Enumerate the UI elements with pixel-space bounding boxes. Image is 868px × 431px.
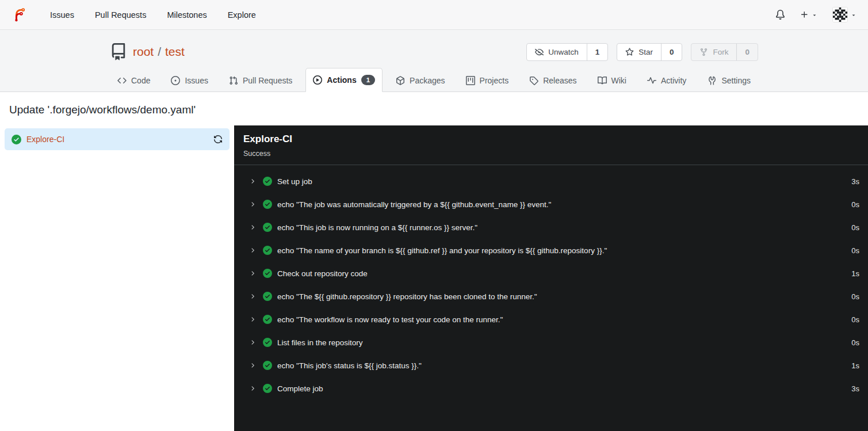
step-row[interactable]: echo "The name of your branch is ${{ git… xyxy=(234,239,868,262)
job-title: Explore-CI xyxy=(243,134,859,145)
chevron-right-icon xyxy=(249,385,256,392)
nav-milestones[interactable]: Milestones xyxy=(159,6,215,24)
topnav-right xyxy=(775,7,856,22)
repo-name-link[interactable]: test xyxy=(165,45,185,58)
chevron-right-icon xyxy=(249,316,256,323)
step-name: Set up job xyxy=(277,177,844,186)
step-duration: 3s xyxy=(851,384,859,393)
sidebar-job-explore-ci[interactable]: Explore-CI xyxy=(5,128,230,150)
nav-pull-requests[interactable]: Pull Requests xyxy=(87,6,154,24)
top-navbar: Issues Pull Requests Milestones Explore xyxy=(0,0,868,30)
forgejo-logo[interactable] xyxy=(12,7,27,22)
watch-button-group: Unwatch 1 xyxy=(526,43,608,61)
notifications-button[interactable] xyxy=(775,10,785,20)
project-icon xyxy=(466,76,475,85)
step-row[interactable]: Check out repository code 1s xyxy=(234,262,868,285)
chevron-right-icon xyxy=(249,362,256,369)
step-row[interactable]: List files in the repository 0s xyxy=(234,331,868,354)
step-name: echo "The job was automatically triggere… xyxy=(277,200,844,209)
tab-pull-requests-label: Pull Requests xyxy=(243,76,292,85)
eye-slash-icon xyxy=(535,48,544,56)
check-circle-icon xyxy=(12,135,21,144)
play-circle-icon xyxy=(313,75,322,85)
chevron-right-icon xyxy=(249,247,256,254)
tab-packages[interactable]: Packages xyxy=(388,69,452,91)
tab-settings-label: Settings xyxy=(721,76,751,85)
job-name-label: Explore-CI xyxy=(26,135,208,144)
user-menu[interactable] xyxy=(832,7,856,22)
wrench-icon xyxy=(708,76,717,85)
package-icon xyxy=(396,76,405,85)
tab-projects[interactable]: Projects xyxy=(458,69,517,91)
job-log-header: Explore-CI Success xyxy=(234,125,868,165)
repo-action-buttons: Unwatch 1 Star 0 xyxy=(526,43,758,61)
create-new-menu[interactable] xyxy=(800,10,817,19)
tab-settings[interactable]: Settings xyxy=(700,69,758,91)
repo-icon xyxy=(110,43,127,60)
star-button[interactable]: Star xyxy=(617,44,661,60)
plus-icon xyxy=(800,10,809,19)
tab-packages-label: Packages xyxy=(410,76,445,85)
tab-issues-label: Issues xyxy=(185,76,208,85)
tab-releases[interactable]: Releases xyxy=(522,69,584,91)
step-row[interactable]: Complete job 3s xyxy=(234,377,868,400)
tab-activity[interactable]: Activity xyxy=(640,69,694,91)
topnav-links: Issues Pull Requests Milestones Explore xyxy=(42,6,264,24)
step-row[interactable]: echo "The ${{ github.repository }} repos… xyxy=(234,285,868,308)
step-duration: 0s xyxy=(851,200,859,209)
step-duration: 0s xyxy=(851,315,859,324)
watchers-count[interactable]: 1 xyxy=(587,44,608,60)
chevron-down-icon xyxy=(851,12,856,18)
step-row[interactable]: echo "This job's status is ${{ job.statu… xyxy=(234,354,868,377)
fork-label: Fork xyxy=(713,48,728,56)
tab-projects-label: Projects xyxy=(480,76,509,85)
step-row[interactable]: echo "The workflow is now ready to test … xyxy=(234,308,868,331)
chevron-right-icon xyxy=(249,293,256,300)
avatar-identicon xyxy=(832,7,848,22)
fork-icon xyxy=(699,48,708,56)
tab-issues[interactable]: Issues xyxy=(163,69,215,91)
step-duration: 3s xyxy=(851,177,859,186)
rerun-job-button[interactable] xyxy=(213,135,223,144)
star-icon xyxy=(625,48,634,56)
check-circle-icon xyxy=(263,292,272,301)
repo-path-separator: / xyxy=(158,45,161,58)
check-circle-icon xyxy=(263,200,272,209)
unwatch-label: Unwatch xyxy=(548,48,579,56)
forgejo-logo-icon xyxy=(12,7,27,22)
step-row[interactable]: Set up job 3s xyxy=(234,170,868,193)
stars-count[interactable]: 0 xyxy=(661,44,682,60)
tab-code[interactable]: Code xyxy=(110,69,158,91)
job-log-panel: Explore-CI Success Set up job 3s echo "T… xyxy=(234,125,868,431)
nav-issues[interactable]: Issues xyxy=(42,6,82,24)
step-row[interactable]: echo "The job was automatically triggere… xyxy=(234,193,868,216)
nav-explore[interactable]: Explore xyxy=(220,6,264,24)
chevron-right-icon xyxy=(249,201,256,208)
pull-request-icon xyxy=(229,76,238,85)
step-duration: 1s xyxy=(851,361,859,370)
tab-pull-requests[interactable]: Pull Requests xyxy=(221,69,300,91)
step-row[interactable]: echo "This job is now running on a ${{ r… xyxy=(234,216,868,239)
step-name: echo "The workflow is now ready to test … xyxy=(277,315,844,324)
step-name: Check out repository code xyxy=(277,269,844,278)
check-circle-icon xyxy=(263,269,272,278)
tag-icon xyxy=(529,76,538,85)
check-circle-icon xyxy=(263,246,272,255)
step-name: Complete job xyxy=(277,384,844,393)
tab-wiki-label: Wiki xyxy=(611,76,626,85)
repo-owner-link[interactable]: root xyxy=(133,45,154,58)
job-status-text: Success xyxy=(243,150,859,158)
chevron-right-icon xyxy=(249,224,256,231)
tab-wiki[interactable]: Wiki xyxy=(590,69,634,91)
chevron-right-icon xyxy=(249,270,256,277)
step-name: echo "The name of your branch is ${{ git… xyxy=(277,246,844,255)
chevron-right-icon xyxy=(249,339,256,346)
step-name: echo "This job's status is ${{ job.statu… xyxy=(277,361,844,370)
check-circle-icon xyxy=(263,315,272,324)
step-name: echo "This job is now running on a ${{ r… xyxy=(277,223,844,232)
unwatch-button[interactable]: Unwatch xyxy=(527,44,587,60)
tab-activity-label: Activity xyxy=(661,76,686,85)
chevron-down-icon xyxy=(812,12,817,18)
check-circle-icon xyxy=(263,338,272,347)
tab-actions[interactable]: Actions 1 xyxy=(305,68,383,92)
